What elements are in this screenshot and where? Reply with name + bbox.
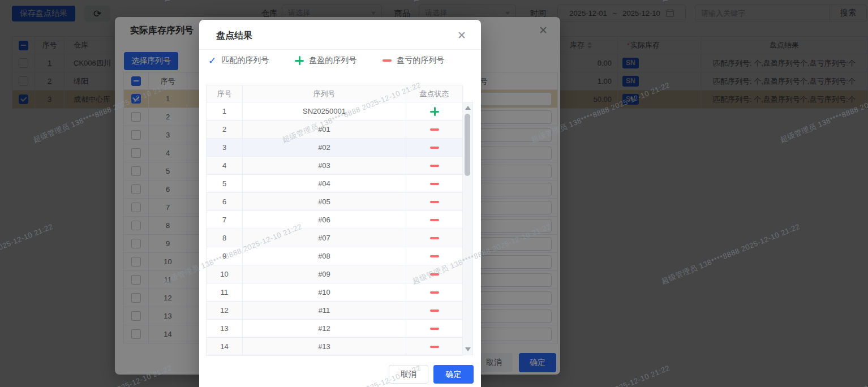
minus-icon	[430, 183, 439, 185]
legend-item: 盘亏的序列号	[383, 55, 444, 66]
serial-cell: #12	[243, 320, 406, 338]
status-cell	[406, 320, 462, 338]
row-index: 5	[207, 175, 243, 193]
serial-cell: #10	[243, 283, 406, 302]
serial-cell: #04	[243, 175, 406, 193]
serial-cell: #08	[243, 247, 406, 265]
count-result-table: 序号 序列号 盘点状态 1SN202500012#013#024#035#046…	[206, 85, 474, 356]
row-index: 6	[207, 193, 243, 211]
row-index: 8	[207, 229, 243, 247]
row-index: 2	[207, 121, 243, 139]
legend-item: ✓匹配的序列号	[208, 55, 269, 66]
serial-cell: #05	[243, 193, 406, 211]
result-row[interactable]: 9#08	[207, 247, 462, 265]
row-index: 9	[207, 247, 243, 265]
scroll-down-icon[interactable]	[465, 347, 471, 351]
minus-icon	[430, 255, 439, 257]
result-row[interactable]: 8#07	[207, 229, 462, 247]
status-cell	[406, 265, 462, 283]
status-cell	[406, 193, 462, 211]
serial-cell: #02	[243, 139, 406, 157]
row-index: 12	[207, 302, 243, 320]
serial-cell: #09	[243, 265, 406, 283]
index-header: 序号	[207, 85, 243, 102]
status-cell	[406, 139, 462, 157]
minus-icon	[430, 328, 439, 330]
count-result-modal: 盘点结果 ✕ ✓匹配的序列号盘盈的序列号盘亏的序列号 序号 序列号 盘点状态 1…	[199, 20, 481, 387]
minus-icon	[430, 237, 439, 239]
serial-cell: #01	[243, 121, 406, 139]
plus-icon	[295, 56, 304, 65]
status-cell	[406, 229, 462, 247]
row-index: 1	[207, 102, 243, 121]
result-row[interactable]: 10#09	[207, 265, 462, 283]
scroll-up-icon[interactable]	[465, 106, 471, 110]
row-index: 13	[207, 320, 243, 338]
result-row[interactable]: 13#12	[207, 320, 462, 338]
check-icon: ✓	[208, 56, 216, 66]
result-row[interactable]: 11#10	[207, 283, 462, 302]
row-index: 10	[207, 265, 243, 283]
confirm-button[interactable]: 确定	[433, 365, 474, 384]
modal-header: 盘点结果 ✕	[199, 20, 481, 50]
result-table-header: 序号 序列号 盘点状态	[207, 85, 462, 102]
serial-header: 序列号	[243, 85, 406, 102]
cancel-button[interactable]: 取消	[389, 365, 428, 384]
serial-cell: #11	[243, 302, 406, 320]
status-cell	[406, 102, 462, 121]
row-index: 11	[207, 283, 243, 302]
result-row[interactable]: 12#11	[207, 302, 462, 320]
result-row[interactable]: 1SN20250001	[207, 102, 462, 121]
serial-cell: #13	[243, 338, 406, 356]
status-cell	[406, 302, 462, 320]
scrollbar-thumb[interactable]	[465, 114, 470, 176]
result-row[interactable]: 2#01	[207, 121, 462, 139]
status-cell	[406, 338, 462, 356]
minus-icon	[430, 219, 439, 221]
serial-cell: #07	[243, 229, 406, 247]
result-row[interactable]: 4#03	[207, 157, 462, 175]
status-cell	[406, 121, 462, 139]
minus-icon	[430, 346, 439, 348]
legend-item: 盘盈的序列号	[295, 55, 356, 66]
close-icon[interactable]: ✕	[457, 30, 466, 41]
table-scrollbar[interactable]	[463, 102, 473, 355]
serial-cell: #03	[243, 157, 406, 175]
minus-icon	[430, 147, 439, 149]
minus-icon	[430, 273, 439, 276]
row-index: 14	[207, 338, 243, 356]
result-row[interactable]: 5#04	[207, 175, 462, 193]
status-legend: ✓匹配的序列号盘盈的序列号盘亏的序列号	[208, 55, 444, 66]
minus-icon	[430, 165, 439, 167]
minus-icon	[430, 128, 439, 131]
status-header: 盘点状态	[406, 85, 462, 102]
minus-icon	[430, 309, 439, 312]
status-cell	[406, 283, 462, 302]
count-result-title: 盘点结果	[216, 30, 252, 42]
minus-icon	[383, 59, 392, 62]
result-row[interactable]: 7#06	[207, 211, 462, 229]
result-row[interactable]: 14#13	[207, 338, 462, 356]
status-cell	[406, 247, 462, 265]
status-cell	[406, 211, 462, 229]
row-index: 7	[207, 211, 243, 229]
result-row[interactable]: 6#05	[207, 193, 462, 211]
legend-label: 盘亏的序列号	[397, 55, 444, 66]
legend-label: 匹配的序列号	[221, 55, 269, 66]
minus-icon	[430, 291, 439, 294]
legend-label: 盘盈的序列号	[309, 55, 356, 66]
plus-icon	[430, 107, 439, 116]
result-table-body: 1SN202500012#013#024#035#046#057#068#079…	[207, 102, 462, 356]
row-index: 4	[207, 157, 243, 175]
status-cell	[406, 157, 462, 175]
row-index: 3	[207, 139, 243, 157]
minus-icon	[430, 201, 439, 203]
result-row[interactable]: 3#02	[207, 139, 462, 157]
serial-cell: SN20250001	[243, 102, 406, 121]
status-cell	[406, 175, 462, 193]
serial-cell: #06	[243, 211, 406, 229]
